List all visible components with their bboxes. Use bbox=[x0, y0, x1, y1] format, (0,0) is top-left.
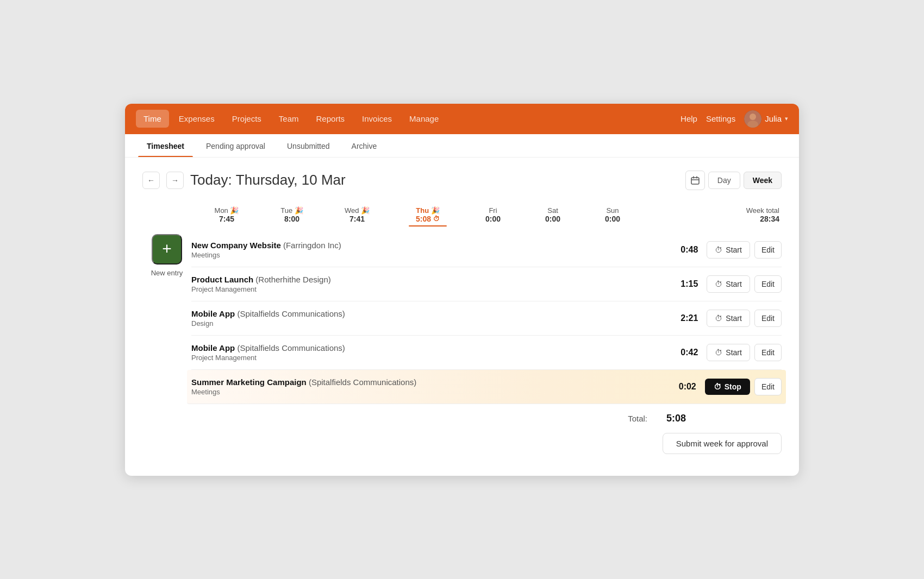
table-row: Mobile App (Spitalfields Communications)… bbox=[191, 301, 782, 336]
svg-rect-3 bbox=[691, 178, 699, 184]
top-nav: Time Expenses Projects Team Reports Invo… bbox=[125, 104, 799, 134]
submit-section: Submit week for approval bbox=[191, 429, 782, 463]
entry-category-1: Meetings bbox=[191, 251, 668, 259]
next-date-button[interactable]: → bbox=[166, 172, 184, 189]
start-label-1: Start bbox=[726, 246, 742, 254]
day-name-sun: Sun bbox=[606, 206, 619, 215]
plus-icon: + bbox=[162, 241, 172, 257]
entry-client-3: (Spitalfields Communications) bbox=[237, 309, 345, 318]
clock-icon-3: ⏱ bbox=[715, 314, 722, 323]
nav-item-time[interactable]: Time bbox=[136, 110, 169, 128]
date-title-today: Today: bbox=[190, 172, 232, 188]
entry-actions-2: ⏱ Start Edit bbox=[707, 275, 782, 293]
start-button-3[interactable]: ⏱ Start bbox=[707, 310, 750, 327]
entry-client-4: (Spitalfields Communications) bbox=[237, 343, 345, 353]
user-avatar-wrapper[interactable]: Julia ▾ bbox=[744, 110, 788, 128]
edit-button-2[interactable]: Edit bbox=[754, 275, 782, 293]
start-label-4: Start bbox=[726, 348, 742, 357]
sub-nav: Timesheet Pending approval Unsubmitted A… bbox=[125, 134, 799, 158]
entry-project-3: Mobile App (Spitalfields Communications) bbox=[191, 309, 668, 318]
entry-project-name-4: Mobile App bbox=[191, 343, 235, 353]
day-hours-sun: 0:00 bbox=[605, 215, 620, 223]
day-col-fri: Fri 0:00 bbox=[463, 201, 523, 223]
edit-button-4[interactable]: Edit bbox=[754, 344, 782, 361]
start-button-1[interactable]: ⏱ Start bbox=[707, 241, 750, 259]
entry-client-1: (Farringdon Inc) bbox=[283, 241, 341, 250]
table-row: New Company Website (Farringdon Inc) Mee… bbox=[191, 233, 782, 267]
main-content: ← → Today: Thursday, 10 Mar Day Week bbox=[125, 158, 799, 476]
edit-button-1[interactable]: Edit bbox=[754, 241, 782, 259]
day-col-wed: Wed 🎉 7:41 bbox=[322, 201, 392, 223]
nav-item-projects[interactable]: Projects bbox=[224, 110, 269, 128]
settings-link[interactable]: Settings bbox=[706, 114, 735, 123]
entry-duration-1: 0:48 bbox=[668, 245, 698, 255]
calendar-icon-button[interactable] bbox=[685, 171, 705, 190]
avatar bbox=[744, 110, 761, 128]
tab-timesheet[interactable]: Timesheet bbox=[138, 134, 193, 157]
date-title: Today: Thursday, 10 Mar bbox=[190, 172, 346, 188]
day-hours-thu: 5:08 ⏱ bbox=[416, 215, 440, 223]
nav-item-expenses[interactable]: Expenses bbox=[171, 110, 222, 128]
clock-icon-1: ⏱ bbox=[715, 246, 722, 254]
stop-label: Stop bbox=[725, 382, 741, 391]
entry-category-3: Design bbox=[191, 319, 668, 328]
edit-button-5[interactable]: Edit bbox=[754, 378, 782, 395]
entry-client-5: (Spitalfields Communications) bbox=[309, 377, 416, 387]
entry-project-name-3: Mobile App bbox=[191, 309, 235, 318]
entry-project-4: Mobile App (Spitalfields Communications) bbox=[191, 343, 668, 353]
stop-button[interactable]: ⏱ Stop bbox=[705, 379, 750, 395]
day-col-sat: Sat 0:00 bbox=[523, 201, 583, 223]
start-label-3: Start bbox=[726, 314, 742, 323]
total-row: Total: 5:08 bbox=[191, 404, 782, 429]
day-name-fri: Fri bbox=[489, 206, 497, 215]
app-container: Time Expenses Projects Team Reports Invo… bbox=[125, 104, 799, 476]
week-view-button[interactable]: Week bbox=[744, 172, 782, 189]
new-entry-col: + New entry bbox=[142, 229, 191, 463]
entries-list: New Company Website (Farringdon Inc) Mee… bbox=[191, 233, 782, 463]
day-name-thu: Thu 🎉 bbox=[416, 206, 439, 215]
entry-project-name-2: Product Launch bbox=[191, 275, 253, 284]
day-hours-fri: 0:00 bbox=[485, 215, 501, 223]
tab-archive[interactable]: Archive bbox=[343, 134, 386, 157]
nav-item-reports[interactable]: Reports bbox=[309, 110, 353, 128]
day-name-sat: Sat bbox=[547, 206, 558, 215]
edit-button-3[interactable]: Edit bbox=[754, 310, 782, 327]
new-entry-button[interactable]: + bbox=[152, 234, 182, 265]
nav-items: Time Expenses Projects Team Reports Invo… bbox=[136, 110, 680, 128]
entry-duration-2: 1:15 bbox=[668, 279, 698, 289]
entry-duration-3: 2:21 bbox=[668, 313, 698, 323]
day-col-thu: Thu 🎉 5:08 ⏱ bbox=[392, 201, 463, 226]
timer-icon: ⏱ bbox=[433, 215, 440, 223]
entry-project-1: New Company Website (Farringdon Inc) bbox=[191, 241, 668, 250]
day-hours-mon: 7:45 bbox=[219, 215, 234, 223]
entry-info-5: Summer Marketing Campaign (Spitalfields … bbox=[191, 377, 666, 396]
nav-item-invoices[interactable]: Invoices bbox=[354, 110, 399, 128]
entry-actions-4: ⏱ Start Edit bbox=[707, 344, 782, 361]
view-toggle: Day Week bbox=[685, 171, 782, 190]
entry-project-2: Product Launch (Rotherhithe Design) bbox=[191, 275, 668, 284]
tab-unsubmitted[interactable]: Unsubmitted bbox=[278, 134, 339, 157]
help-link[interactable]: Help bbox=[680, 114, 697, 123]
start-button-4[interactable]: ⏱ Start bbox=[707, 344, 750, 361]
nav-item-team[interactable]: Team bbox=[271, 110, 307, 128]
entry-info-2: Product Launch (Rotherhithe Design) Proj… bbox=[191, 275, 668, 293]
entries-area: + New entry New Company Website (Farring… bbox=[142, 229, 782, 463]
new-entry-label: New entry bbox=[151, 269, 183, 277]
submit-week-button[interactable]: Submit week for approval bbox=[663, 433, 782, 454]
calendar-icon bbox=[691, 176, 700, 185]
stop-clock-icon: ⏱ bbox=[714, 382, 721, 391]
start-button-2[interactable]: ⏱ Start bbox=[707, 275, 750, 293]
day-view-button[interactable]: Day bbox=[708, 172, 740, 189]
nav-right: Help Settings Julia ▾ bbox=[680, 110, 788, 128]
entry-actions-5: ⏱ Stop Edit bbox=[705, 378, 782, 395]
user-name: Julia bbox=[765, 114, 782, 123]
day-hours-wed: 7:41 bbox=[349, 215, 365, 223]
prev-date-button[interactable]: ← bbox=[142, 172, 160, 189]
nav-item-manage[interactable]: Manage bbox=[402, 110, 446, 128]
entry-actions-1: ⏱ Start Edit bbox=[707, 241, 782, 259]
entry-project-name-5: Summer Marketing Campaign bbox=[191, 377, 307, 387]
entry-info-4: Mobile App (Spitalfields Communications)… bbox=[191, 343, 668, 362]
day-name-mon: Mon 🎉 bbox=[215, 206, 239, 215]
tab-pending-approval[interactable]: Pending approval bbox=[197, 134, 274, 157]
entry-category-4: Project Management bbox=[191, 354, 668, 362]
